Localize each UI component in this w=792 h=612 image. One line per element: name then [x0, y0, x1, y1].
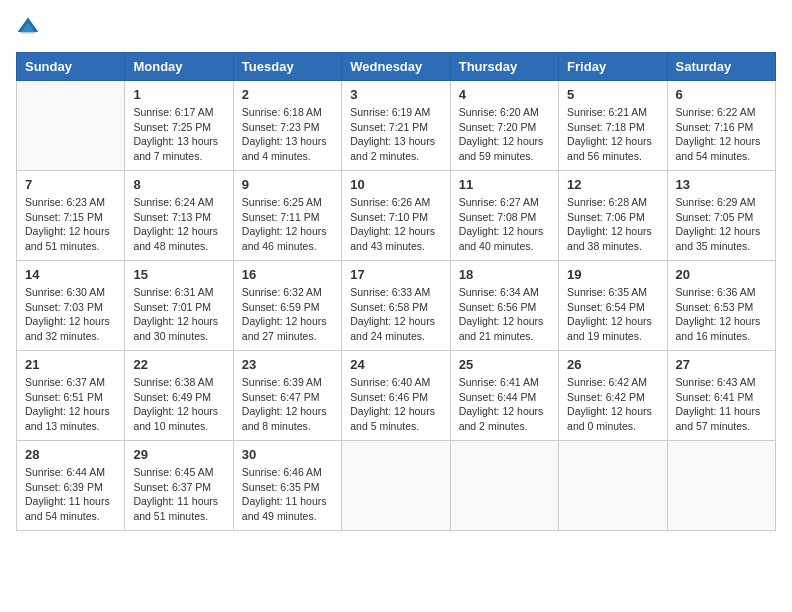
day-info: Sunrise: 6:45 AMSunset: 6:37 PMDaylight:… [133, 465, 224, 524]
day-info: Sunrise: 6:46 AMSunset: 6:35 PMDaylight:… [242, 465, 333, 524]
day-info: Sunrise: 6:24 AMSunset: 7:13 PMDaylight:… [133, 195, 224, 254]
day-info: Sunrise: 6:25 AMSunset: 7:11 PMDaylight:… [242, 195, 333, 254]
day-info: Sunrise: 6:35 AMSunset: 6:54 PMDaylight:… [567, 285, 658, 344]
page-header [16, 16, 776, 40]
day-number: 14 [25, 267, 116, 282]
day-number: 11 [459, 177, 550, 192]
day-number: 24 [350, 357, 441, 372]
day-number: 30 [242, 447, 333, 462]
day-info: Sunrise: 6:44 AMSunset: 6:39 PMDaylight:… [25, 465, 116, 524]
day-info: Sunrise: 6:17 AMSunset: 7:25 PMDaylight:… [133, 105, 224, 164]
day-number: 5 [567, 87, 658, 102]
day-number: 13 [676, 177, 767, 192]
day-number: 23 [242, 357, 333, 372]
week-row: 28 Sunrise: 6:44 AMSunset: 6:39 PMDaylig… [17, 441, 776, 531]
week-row: 7 Sunrise: 6:23 AMSunset: 7:15 PMDayligh… [17, 171, 776, 261]
day-number: 6 [676, 87, 767, 102]
calendar-cell: 23 Sunrise: 6:39 AMSunset: 6:47 PMDaylig… [233, 351, 341, 441]
day-number: 15 [133, 267, 224, 282]
weekday-header: Monday [125, 53, 233, 81]
day-info: Sunrise: 6:41 AMSunset: 6:44 PMDaylight:… [459, 375, 550, 434]
calendar-cell: 21 Sunrise: 6:37 AMSunset: 6:51 PMDaylig… [17, 351, 125, 441]
day-number: 22 [133, 357, 224, 372]
calendar-cell: 14 Sunrise: 6:30 AMSunset: 7:03 PMDaylig… [17, 261, 125, 351]
calendar-cell: 2 Sunrise: 6:18 AMSunset: 7:23 PMDayligh… [233, 81, 341, 171]
calendar-cell: 5 Sunrise: 6:21 AMSunset: 7:18 PMDayligh… [559, 81, 667, 171]
day-info: Sunrise: 6:33 AMSunset: 6:58 PMDaylight:… [350, 285, 441, 344]
calendar-cell: 1 Sunrise: 6:17 AMSunset: 7:25 PMDayligh… [125, 81, 233, 171]
day-number: 2 [242, 87, 333, 102]
calendar-cell: 13 Sunrise: 6:29 AMSunset: 7:05 PMDaylig… [667, 171, 775, 261]
day-info: Sunrise: 6:26 AMSunset: 7:10 PMDaylight:… [350, 195, 441, 254]
calendar-cell: 27 Sunrise: 6:43 AMSunset: 6:41 PMDaylig… [667, 351, 775, 441]
weekday-header-row: SundayMondayTuesdayWednesdayThursdayFrid… [17, 53, 776, 81]
day-number: 26 [567, 357, 658, 372]
week-row: 21 Sunrise: 6:37 AMSunset: 6:51 PMDaylig… [17, 351, 776, 441]
day-number: 19 [567, 267, 658, 282]
day-info: Sunrise: 6:20 AMSunset: 7:20 PMDaylight:… [459, 105, 550, 164]
day-info: Sunrise: 6:40 AMSunset: 6:46 PMDaylight:… [350, 375, 441, 434]
calendar-cell: 8 Sunrise: 6:24 AMSunset: 7:13 PMDayligh… [125, 171, 233, 261]
weekday-header: Tuesday [233, 53, 341, 81]
calendar-cell: 28 Sunrise: 6:44 AMSunset: 6:39 PMDaylig… [17, 441, 125, 531]
logo-icon [16, 16, 40, 40]
day-number: 28 [25, 447, 116, 462]
day-info: Sunrise: 6:28 AMSunset: 7:06 PMDaylight:… [567, 195, 658, 254]
calendar-cell: 17 Sunrise: 6:33 AMSunset: 6:58 PMDaylig… [342, 261, 450, 351]
week-row: 1 Sunrise: 6:17 AMSunset: 7:25 PMDayligh… [17, 81, 776, 171]
day-info: Sunrise: 6:36 AMSunset: 6:53 PMDaylight:… [676, 285, 767, 344]
calendar-cell: 10 Sunrise: 6:26 AMSunset: 7:10 PMDaylig… [342, 171, 450, 261]
day-info: Sunrise: 6:30 AMSunset: 7:03 PMDaylight:… [25, 285, 116, 344]
day-info: Sunrise: 6:19 AMSunset: 7:21 PMDaylight:… [350, 105, 441, 164]
day-info: Sunrise: 6:42 AMSunset: 6:42 PMDaylight:… [567, 375, 658, 434]
day-info: Sunrise: 6:38 AMSunset: 6:49 PMDaylight:… [133, 375, 224, 434]
calendar-cell: 9 Sunrise: 6:25 AMSunset: 7:11 PMDayligh… [233, 171, 341, 261]
day-number: 16 [242, 267, 333, 282]
day-number: 18 [459, 267, 550, 282]
day-info: Sunrise: 6:27 AMSunset: 7:08 PMDaylight:… [459, 195, 550, 254]
calendar-cell [559, 441, 667, 531]
weekday-header: Friday [559, 53, 667, 81]
day-number: 27 [676, 357, 767, 372]
day-number: 29 [133, 447, 224, 462]
calendar-cell [17, 81, 125, 171]
calendar-cell: 3 Sunrise: 6:19 AMSunset: 7:21 PMDayligh… [342, 81, 450, 171]
weekday-header: Sunday [17, 53, 125, 81]
calendar-cell: 25 Sunrise: 6:41 AMSunset: 6:44 PMDaylig… [450, 351, 558, 441]
day-info: Sunrise: 6:31 AMSunset: 7:01 PMDaylight:… [133, 285, 224, 344]
calendar-cell: 4 Sunrise: 6:20 AMSunset: 7:20 PMDayligh… [450, 81, 558, 171]
day-number: 4 [459, 87, 550, 102]
day-number: 3 [350, 87, 441, 102]
weekday-header: Saturday [667, 53, 775, 81]
day-number: 7 [25, 177, 116, 192]
calendar-cell: 26 Sunrise: 6:42 AMSunset: 6:42 PMDaylig… [559, 351, 667, 441]
calendar-cell: 15 Sunrise: 6:31 AMSunset: 7:01 PMDaylig… [125, 261, 233, 351]
calendar-cell: 24 Sunrise: 6:40 AMSunset: 6:46 PMDaylig… [342, 351, 450, 441]
day-number: 17 [350, 267, 441, 282]
weekday-header: Wednesday [342, 53, 450, 81]
day-number: 25 [459, 357, 550, 372]
calendar-cell: 19 Sunrise: 6:35 AMSunset: 6:54 PMDaylig… [559, 261, 667, 351]
calendar-cell: 16 Sunrise: 6:32 AMSunset: 6:59 PMDaylig… [233, 261, 341, 351]
calendar-cell: 30 Sunrise: 6:46 AMSunset: 6:35 PMDaylig… [233, 441, 341, 531]
day-number: 10 [350, 177, 441, 192]
calendar-cell: 29 Sunrise: 6:45 AMSunset: 6:37 PMDaylig… [125, 441, 233, 531]
calendar-table: SundayMondayTuesdayWednesdayThursdayFrid… [16, 52, 776, 531]
calendar-cell: 12 Sunrise: 6:28 AMSunset: 7:06 PMDaylig… [559, 171, 667, 261]
day-number: 1 [133, 87, 224, 102]
day-number: 12 [567, 177, 658, 192]
day-number: 8 [133, 177, 224, 192]
day-info: Sunrise: 6:22 AMSunset: 7:16 PMDaylight:… [676, 105, 767, 164]
day-info: Sunrise: 6:32 AMSunset: 6:59 PMDaylight:… [242, 285, 333, 344]
day-info: Sunrise: 6:23 AMSunset: 7:15 PMDaylight:… [25, 195, 116, 254]
calendar-cell: 22 Sunrise: 6:38 AMSunset: 6:49 PMDaylig… [125, 351, 233, 441]
calendar-cell: 7 Sunrise: 6:23 AMSunset: 7:15 PMDayligh… [17, 171, 125, 261]
day-info: Sunrise: 6:37 AMSunset: 6:51 PMDaylight:… [25, 375, 116, 434]
calendar-cell: 6 Sunrise: 6:22 AMSunset: 7:16 PMDayligh… [667, 81, 775, 171]
weekday-header: Thursday [450, 53, 558, 81]
calendar-cell: 11 Sunrise: 6:27 AMSunset: 7:08 PMDaylig… [450, 171, 558, 261]
day-info: Sunrise: 6:29 AMSunset: 7:05 PMDaylight:… [676, 195, 767, 254]
day-info: Sunrise: 6:18 AMSunset: 7:23 PMDaylight:… [242, 105, 333, 164]
day-info: Sunrise: 6:43 AMSunset: 6:41 PMDaylight:… [676, 375, 767, 434]
calendar-cell [667, 441, 775, 531]
